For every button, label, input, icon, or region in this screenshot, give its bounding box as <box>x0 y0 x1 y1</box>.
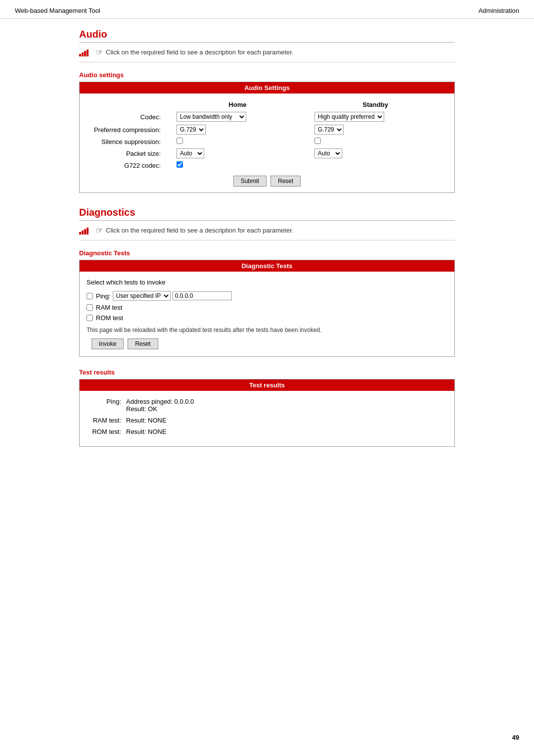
diagnostics-info-box: ☞ Click on the required field to see a d… <box>79 226 455 240</box>
packet-size-label: Packet size: <box>85 147 164 160</box>
diagnostic-tests-header: Diagnostic Tests <box>80 260 454 272</box>
ram-test-label: RAM test <box>96 304 122 311</box>
home-compression-select[interactable]: G.729 G.711 None <box>177 125 206 135</box>
audio-subsection-title: Audio settings <box>79 71 455 79</box>
rom-test-checkbox[interactable] <box>87 315 93 321</box>
header-right: Administration <box>479 7 519 14</box>
diagnostic-tests-table: Diagnostic Tests Select which tests to i… <box>79 260 455 357</box>
rom-test-label: ROM test <box>96 314 123 322</box>
ping-checkbox[interactable] <box>87 293 93 299</box>
diag-note: This page will be reloaded with the upda… <box>87 327 447 333</box>
codec-label: Codec: <box>85 110 164 123</box>
diagnostics-subsection-title: Diagnostic Tests <box>79 249 455 257</box>
invoke-button[interactable]: Invoke <box>91 338 124 349</box>
home-column-header: Home <box>174 99 302 110</box>
ping-result-value: Address pinged: 0.0.0.0 Result: OK <box>126 398 447 413</box>
ping-address-result: Address pinged: 0.0.0.0 <box>126 398 447 405</box>
select-tests-label: Select which tests to invoke <box>87 279 447 286</box>
ping-label: Ping: <box>96 292 111 300</box>
signal-bars-icon <box>79 48 92 56</box>
test-results-header: Test results <box>80 379 454 391</box>
diag-signal-bars-icon <box>79 227 92 235</box>
audio-reset-button[interactable]: Reset <box>270 176 301 187</box>
ram-result-row: RAM test: Result: NONE <box>87 417 447 424</box>
home-silence-checkbox[interactable] <box>177 138 183 144</box>
ping-ok-result: Result: OK <box>126 405 447 413</box>
diagnostics-info-text: Click on the required field to see a des… <box>106 227 293 234</box>
rom-result-label: ROM test: <box>87 428 126 435</box>
standby-silence-checkbox[interactable] <box>314 138 321 144</box>
diagnostics-section-title: Diagnostics <box>79 207 455 221</box>
standby-codec-select[interactable]: Low bandwidth only High quality preferre… <box>314 112 384 122</box>
rom-result-value: Result: NONE <box>126 428 447 435</box>
diag-cursor-icon: ☞ <box>96 226 103 235</box>
test-results-table: Test results Ping: Address pinged: 0.0.0… <box>79 379 455 447</box>
audio-section-title: Audio <box>79 29 455 43</box>
ping-row: Ping: User specified IP Default gateway … <box>87 291 447 301</box>
standby-packet-select[interactable]: Auto 10ms 20ms 30ms <box>314 148 342 158</box>
ping-result-row: Ping: Address pinged: 0.0.0.0 Result: OK <box>87 398 447 413</box>
ram-result-label: RAM test: <box>87 417 126 424</box>
header-left: Web-based Management Tool <box>15 7 100 14</box>
audio-submit-button[interactable]: Submit <box>233 176 267 187</box>
audio-info-text: Click on the required field to see a des… <box>106 48 293 56</box>
standby-column-header: Standby <box>312 99 440 110</box>
ram-test-row: RAM test <box>87 304 447 311</box>
rom-result-row: ROM test: Result: NONE <box>87 428 447 435</box>
standby-compression-select[interactable]: G.729 G.711 None <box>314 125 344 135</box>
ram-test-checkbox[interactable] <box>87 304 93 311</box>
page-number: 49 <box>512 734 519 741</box>
ping-type-select[interactable]: User specified IP Default gateway DNS se… <box>113 291 171 301</box>
silence-suppression-label: Silence suppression: <box>85 136 164 147</box>
g722-codec-checkbox[interactable] <box>177 161 183 168</box>
cursor-icon: ☞ <box>96 47 103 57</box>
home-packet-select[interactable]: Auto 10ms 20ms 30ms <box>177 148 204 158</box>
ping-result-label: Ping: <box>87 398 126 413</box>
audio-info-box: ☞ Click on the required field to see a d… <box>79 47 455 62</box>
preferred-compression-label: Preferred compression: <box>85 123 164 136</box>
audio-table-header: Audio Settings <box>80 82 454 94</box>
audio-settings-table: Audio Settings Home Standby Codec: <box>79 82 455 193</box>
test-results-subsection-title: Test results <box>79 369 455 376</box>
ram-result-value: Result: NONE <box>126 417 447 424</box>
ping-ip-input[interactable] <box>173 291 232 300</box>
home-codec-select[interactable]: Low bandwidth only High quality preferre… <box>177 112 246 122</box>
rom-test-row: ROM test <box>87 314 447 322</box>
g722-codec-label: G722 codec: <box>85 160 164 171</box>
diag-reset-button[interactable]: Reset <box>128 338 158 349</box>
